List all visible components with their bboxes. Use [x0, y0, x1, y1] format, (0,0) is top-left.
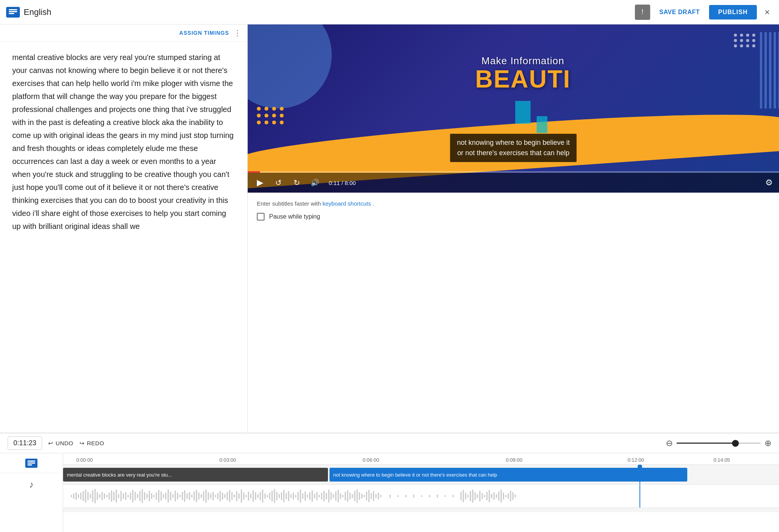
rewind-10-button[interactable]: ↺: [272, 177, 284, 189]
svg-rect-77: [239, 493, 240, 499]
more-options-button[interactable]: ⋮: [234, 29, 241, 37]
subtitle-block-1[interactable]: mental creative blocks are very real you…: [63, 468, 328, 482]
svg-rect-139: [398, 495, 399, 497]
svg-rect-128: [359, 492, 360, 500]
svg-rect-25: [116, 490, 117, 503]
undo-icon: ↩: [48, 440, 54, 447]
svg-rect-36: [142, 489, 143, 503]
beauti-text: BEAUTI: [475, 67, 571, 91]
svg-rect-7: [73, 493, 74, 499]
audio-playhead: [639, 485, 640, 508]
svg-rect-152: [472, 490, 473, 503]
zoom-out-button[interactable]: ⊖: [666, 438, 673, 448]
close-button[interactable]: ×: [761, 5, 773, 19]
svg-rect-111: [319, 495, 320, 497]
svg-rect-84: [255, 492, 256, 500]
svg-rect-162: [496, 494, 497, 498]
video-settings-button[interactable]: ⚙: [765, 178, 773, 188]
audio-note-icon: ♪: [29, 479, 34, 490]
svg-rect-130: [364, 495, 365, 497]
bottom-scrollbar[interactable]: [63, 508, 779, 512]
subtitle-track-row: mental creative blocks are very real you…: [63, 465, 779, 485]
volume-icon: 🔊: [311, 178, 319, 187]
svg-rect-167: [508, 493, 509, 499]
svg-rect-155: [479, 491, 480, 501]
svg-rect-153: [475, 492, 476, 500]
svg-rect-38: [146, 494, 148, 498]
assign-timings-button[interactable]: ASSIGN TIMINGS: [179, 30, 229, 36]
video-container: Make Information BEAUTI not knowing wher…: [248, 24, 779, 193]
svg-rect-107: [309, 492, 310, 500]
playhead-handle[interactable]: [638, 465, 642, 469]
subtitle-line-1: not knowing where to begin believe it: [457, 138, 570, 148]
zoom-out-icon: ⊖: [666, 438, 673, 448]
svg-rect-37: [144, 492, 145, 500]
svg-rect-169: [512, 492, 513, 500]
undo-button[interactable]: ↩ UNDO: [48, 440, 73, 447]
waveform: [63, 485, 779, 508]
publish-button[interactable]: PUBLISH: [709, 5, 757, 19]
playhead[interactable]: [639, 465, 640, 484]
svg-rect-124: [349, 493, 351, 500]
video-controls: ▶ ↺ ↻ 🔊 0:11 / 8:00 ⚙: [248, 173, 779, 193]
timeline-left-panel: ♪: [0, 453, 63, 532]
svg-rect-21: [106, 495, 107, 497]
ruler-mark-1: 0:03:00: [219, 457, 236, 463]
svg-rect-110: [316, 492, 318, 500]
svg-rect-79: [243, 493, 244, 500]
keyboard-shortcuts-link[interactable]: keyboard shortcuts: [323, 200, 371, 207]
svg-rect-60: [198, 493, 200, 500]
svg-rect-90: [269, 493, 270, 500]
svg-rect-54: [184, 490, 185, 502]
deco-rect-1: [515, 101, 531, 124]
transcript-text[interactable]: mental creative blocks are very real you…: [0, 42, 247, 433]
svg-rect-82: [250, 494, 252, 498]
save-draft-button[interactable]: SAVE DRAFT: [655, 6, 704, 19]
svg-rect-45: [163, 494, 164, 498]
svg-rect-151: [470, 491, 471, 501]
title-area: Make Information BEAUTI: [475, 55, 571, 91]
svg-rect-115: [328, 490, 329, 503]
redo-button[interactable]: ↪ REDO: [80, 440, 104, 447]
svg-rect-127: [357, 489, 358, 503]
zoom-slider[interactable]: [677, 443, 761, 444]
timeline-content[interactable]: 0:00:00 0:03:00 0:06:00 0:09:00 0:12:00 …: [63, 453, 779, 532]
svg-rect-51: [177, 493, 178, 499]
volume-button[interactable]: 🔊: [309, 177, 321, 189]
svg-rect-62: [203, 491, 204, 501]
svg-rect-85: [257, 494, 258, 498]
alert-icon: !: [641, 8, 643, 16]
svg-rect-116: [331, 492, 332, 500]
subtitle-block-2[interactable]: not knowing where to begin believe it or…: [329, 468, 688, 482]
svg-rect-14: [90, 494, 91, 498]
svg-rect-109: [314, 494, 315, 498]
svg-rect-4: [28, 462, 35, 464]
svg-rect-159: [489, 490, 490, 502]
header: English ! SAVE DRAFT PUBLISH ×: [0, 0, 779, 24]
svg-rect-101: [295, 495, 296, 497]
ruler-mark-4: 0:12:00: [628, 457, 644, 463]
svg-rect-86: [260, 492, 261, 500]
svg-rect-95: [281, 492, 282, 500]
svg-rect-129: [361, 494, 362, 498]
svg-rect-63: [205, 490, 206, 503]
forward-10-button[interactable]: ↻: [291, 177, 303, 189]
zoom-controls: ⊖ ⊕: [666, 438, 771, 448]
svg-rect-44: [161, 491, 162, 501]
svg-rect-149: [465, 493, 466, 500]
svg-rect-114: [326, 493, 327, 499]
svg-rect-134: [373, 491, 374, 501]
deco-lines: [760, 32, 779, 109]
alert-button[interactable]: !: [635, 5, 650, 20]
svg-rect-93: [276, 492, 278, 500]
svg-rect-35: [139, 491, 140, 501]
pause-while-typing-checkbox[interactable]: [257, 213, 265, 221]
subtitle-line-2: or not there's exercises that can help: [457, 148, 570, 158]
audio-track-row: [63, 485, 779, 508]
svg-rect-13: [88, 492, 89, 500]
svg-rect-64: [208, 492, 209, 500]
zoom-in-button[interactable]: ⊕: [764, 438, 771, 448]
svg-rect-12: [85, 490, 86, 503]
play-button[interactable]: ▶: [254, 177, 266, 189]
svg-rect-164: [500, 490, 501, 503]
